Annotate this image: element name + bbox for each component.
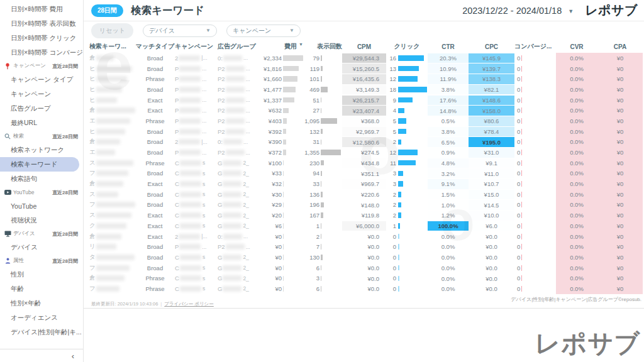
sidebar-item[interactable]: デバイス|性別|年齢|キ...: [0, 325, 83, 339]
cell-match-type: Exact: [135, 221, 175, 231]
column-header-mt[interactable]: マッチタイプ: [135, 42, 175, 51]
redacted-keyword: [96, 223, 126, 229]
cell-impressions: 130: [303, 252, 342, 263]
cell-cpa: ¥0: [597, 63, 643, 74]
cell-cvr: 0.0%: [556, 126, 597, 137]
cell-campaign: Cs: [175, 252, 218, 263]
cell-cpa: ¥0: [597, 252, 643, 263]
conversion-tick: [521, 107, 522, 113]
sidebar-item[interactable]: オーディエンス: [0, 310, 83, 325]
redacted-keyword: [96, 97, 117, 103]
redacted-ad-group: [223, 234, 242, 239]
column-header-ag[interactable]: 広告グループ: [218, 42, 260, 51]
sidebar-item[interactable]: 検索キーワード: [0, 157, 79, 172]
cell-campaign: P...: [175, 126, 218, 137]
cell-ctr: 0.9%: [428, 148, 469, 158]
cell-cvr: 0.0%: [556, 168, 597, 179]
cell-cpc: ¥0.0: [469, 284, 514, 294]
sidebar-item[interactable]: 性別: [0, 267, 83, 282]
redacted-campaign: [179, 129, 201, 134]
sidebar-item[interactable]: 検索語句: [0, 172, 83, 186]
column-header-conv[interactable]: コンバージ...: [514, 42, 556, 51]
column-header-ctr[interactable]: CTR: [428, 43, 469, 50]
column-header-camp[interactable]: キャンペーン: [175, 42, 218, 51]
sidebar-item[interactable]: 日別×時間帯 費用: [0, 2, 83, 16]
date-range-picker[interactable]: 2023/12/22 - 2024/01/18 ▼: [462, 6, 574, 16]
cell-cpc: ¥195.0: [469, 137, 514, 147]
sidebar-item[interactable]: キャンペーン: [0, 87, 83, 101]
cell-impressions: 101: [303, 74, 342, 84]
cell-campaign: 2|...: [175, 231, 218, 242]
cell-cvr: 0.0%: [556, 252, 597, 263]
column-header-kw[interactable]: 検索キーワ...: [89, 42, 135, 51]
conversion-tick: [521, 118, 522, 124]
campaign-filter-dropdown[interactable]: キャンペーン ▼: [226, 25, 301, 37]
cell-clicks: 2: [386, 210, 428, 221]
sidebar-item[interactable]: 日別×時間帯 コンバージョ...: [0, 45, 83, 60]
cell-cvr: 0.0%: [556, 105, 597, 116]
sidebar-item[interactable]: 性別×年齢: [0, 296, 83, 310]
sidebar-item[interactable]: 広告グループ: [0, 101, 83, 116]
privacy-policy-link[interactable]: プライバシー ポリシー: [164, 301, 214, 307]
sidebar-item[interactable]: デバイス: [0, 240, 83, 255]
cell-keyword: ヒ: [89, 126, 135, 137]
cell-match-type: Broad: [135, 126, 175, 137]
sidebar-item[interactable]: 日別×時間帯 クリック: [0, 31, 83, 45]
cell-keyword: 倉: [89, 105, 135, 116]
cell-ad-group: G2_: [218, 252, 260, 263]
cell-ctr: 0.0%: [428, 273, 469, 283]
cell-cpm: ¥0.0: [342, 284, 386, 294]
conversion-tick: [521, 55, 522, 61]
column-header-clk[interactable]: クリック: [386, 42, 428, 51]
sidebar-item[interactable]: 年齢: [0, 282, 83, 296]
redacted-campaign: [180, 275, 201, 281]
cell-ad-group: 0:...: [218, 53, 260, 63]
column-header-imp[interactable]: 表示回数: [303, 42, 342, 51]
sidebar-section-header: 属性直近28日間: [0, 255, 83, 267]
cell-cpa: ¥0: [597, 105, 643, 116]
sidebar-item[interactable]: 日別×時間帯 表示回数: [0, 16, 83, 31]
cell-cpc: ¥148.6: [469, 96, 514, 106]
redacted-keyword: [96, 181, 123, 187]
cell-cost: ¥372: [260, 147, 303, 158]
sidebar-item[interactable]: キャンペーン タイプ: [0, 72, 83, 87]
redacted-keyword: [96, 212, 131, 218]
cell-impressions: 2: [303, 231, 342, 242]
column-header-cvr[interactable]: CVR: [556, 43, 597, 50]
cell-match-type: Broad: [135, 263, 175, 273]
sidebar-collapse-button[interactable]: ‹: [0, 349, 83, 362]
column-header-cost[interactable]: 費用▼: [260, 42, 303, 51]
cell-cost: ¥2,334: [260, 53, 303, 63]
redacted-ad-group: [226, 76, 245, 82]
table-row: 倉Broad2|...0:...¥39031¥12,580.626.5%¥195…: [89, 137, 643, 148]
column-header-cpc[interactable]: CPC: [469, 43, 514, 50]
sidebar-item[interactable]: 検索ネットワーク: [0, 143, 83, 157]
cell-ctr: 0.0%: [428, 284, 469, 294]
brand-watermark: レポサブ: [535, 326, 640, 361]
cell-cpc: ¥14.5: [469, 200, 514, 210]
section-period: 直近28日間: [52, 231, 78, 238]
cell-cpc: ¥11.0: [469, 168, 514, 178]
cell-campaign: P...: [175, 84, 218, 95]
cell-ctr: 0.0%: [428, 231, 469, 241]
column-header-cpa[interactable]: CPA: [597, 43, 643, 50]
cell-ad-group: P2...: [218, 241, 260, 252]
cell-ad-group: G2_: [218, 178, 260, 189]
cell-campaign: Cs: [175, 273, 218, 283]
cell-cost: ¥1,660: [260, 74, 303, 84]
table-row: 倉Exact2|...0:...¥02¥0.000.0%¥0.000.0%¥0: [89, 231, 643, 242]
cell-impressions: 136: [303, 189, 342, 200]
sidebar-item[interactable]: YouTube: [0, 199, 83, 213]
conversion-tick: [521, 192, 522, 197]
cell-clicks: 13: [386, 63, 428, 74]
sidebar-nav: 日別×時間帯 費用日別×時間帯 表示回数日別×時間帯 クリック日別×時間帯 コン…: [0, 0, 83, 339]
sidebar-item[interactable]: 視聴状況: [0, 213, 83, 228]
cell-cpc: ¥0.0: [469, 253, 514, 263]
cell-keyword: 倉: [89, 273, 135, 283]
device-filter-dropdown[interactable]: デバイス ▼: [143, 25, 217, 37]
redacted-ad-group: [226, 244, 245, 250]
sidebar-item[interactable]: 最終URL: [0, 116, 83, 130]
column-header-cpm[interactable]: CPM: [342, 43, 386, 50]
reset-button[interactable]: リセット: [91, 23, 133, 38]
cell-campaign: P...: [175, 63, 218, 74]
